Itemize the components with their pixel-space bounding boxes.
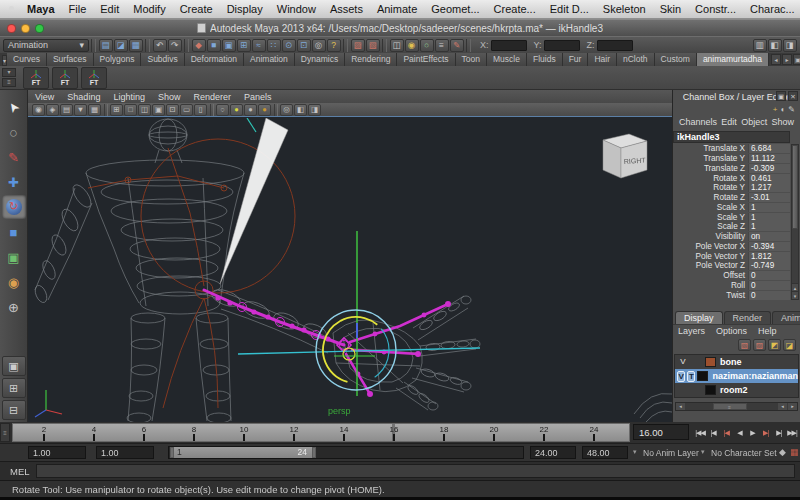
shaded-mode-icon[interactable]: ● [230,104,243,116]
step-back-key-button[interactable]: |◀ [720,429,732,437]
lock-camera-icon[interactable]: ◈ [46,104,59,116]
layer-row-bone[interactable]: V bone [675,355,798,369]
menu-modify[interactable]: Modify [126,3,172,15]
menu-create[interactable]: Create [173,3,220,15]
channel-value-input[interactable]: 1 [748,213,790,222]
layer-playback-toggle[interactable] [691,385,703,396]
channel-box-menu-channels[interactable]: Channels [679,117,717,127]
snap-to-grid-icon[interactable]: ⊞ [237,39,251,52]
layer-visibility-toggle[interactable]: V [677,357,689,368]
scroll-up-icon[interactable]: ▴ [792,283,798,291]
resolution-gate-icon[interactable]: ◫ [138,104,151,116]
shelf-tab-hair[interactable]: Hair [588,53,617,66]
channel-value-input[interactable]: 0.461 [748,174,790,183]
y-coordinate-input[interactable] [544,40,580,51]
new-layer-from-selected-icon[interactable]: ◪ [783,339,796,351]
timeline-track[interactable]: 2 4 6 8 10 12 14 16 18 20 22 24 [12,423,630,442]
ipr-render-icon[interactable]: ○ [420,39,434,52]
open-render-view-icon[interactable]: ◫ [390,39,404,52]
xray-icon[interactable]: ◧ [294,104,307,116]
menu-constrain[interactable]: Constr... [688,3,743,15]
shelf-tab-polygons[interactable]: Polygons [94,53,142,66]
lasso-select-tool[interactable]: ◌ [2,120,26,144]
viewport-canvas[interactable]: RIGHT persp [28,118,672,422]
construction-history-off-icon[interactable]: ▧ [366,39,380,52]
timeline-menu-button[interactable]: ≡ [0,423,10,442]
grid-toggle-icon[interactable]: ⊞ [110,104,123,116]
panel-menu-view[interactable]: View [35,92,54,102]
layer-hide-icon[interactable]: ▧ [738,339,751,351]
animation-start-input[interactable]: 1.00 [28,446,86,459]
shelf-tab-subdivs[interactable]: Subdivs [141,53,184,66]
single-pane-layout-button[interactable]: ▣ [2,356,26,376]
layer-playback-toggle[interactable]: T [687,371,695,382]
four-pane-layout-button[interactable]: ⊞ [2,378,26,398]
menu-geometry-cache[interactable]: Geomet... [424,3,486,15]
range-slider-active[interactable]: 1 24 [170,447,316,458]
new-empty-layer-icon[interactable]: ◩ [768,339,781,351]
scrollbar-thumb[interactable]: ≡ [713,403,747,410]
anim-layer-selector[interactable]: No Anim Layer [643,448,699,458]
shelf-tab-rendering[interactable]: Rendering [345,53,397,66]
open-scene-icon[interactable]: ◪ [114,39,128,52]
shelf-scroll-right-icon[interactable]: ▸ [782,54,792,65]
range-start-handle[interactable] [170,447,174,458]
shelf-tab-curves[interactable]: Curves [7,53,47,66]
channel-value-input[interactable]: 1.217 [748,183,790,192]
playback-start-input[interactable]: 1.00 [96,446,154,459]
character-set-selector[interactable]: No Character Set [711,448,777,458]
shelf-tab-custom[interactable]: Custom [655,53,697,66]
panel-menu-shading[interactable]: Shading [67,92,100,102]
channel-box-menu-edit[interactable]: Edit [721,117,737,127]
layer-row-room2[interactable]: room2 [675,383,798,397]
shelf-tab-surfaces[interactable]: Surfaces [47,53,94,66]
channel-value-input[interactable]: -3.01 [748,193,790,202]
menu-maya[interactable]: Maya [20,3,62,15]
shelf-item-ft-2[interactable]: FT [52,67,78,89]
tab-display[interactable]: Display [675,311,723,324]
x-coordinate-input[interactable] [491,40,527,51]
step-forward-key-button[interactable]: ▶| [760,429,772,437]
rotate-manipulator[interactable] [238,231,480,396]
undo-icon[interactable]: ↶ [153,39,167,52]
isolate-select-icon[interactable]: ◎ [280,104,293,116]
menu-skin[interactable]: Skin [653,3,688,15]
make-live-icon[interactable]: ◎ [312,39,326,52]
menu-edit[interactable]: Edit [93,3,126,15]
panel-menu-panels[interactable]: Panels [244,92,272,102]
select-tool[interactable]: ➤ [2,95,26,119]
range-slider-track[interactable]: 1 24 [168,446,524,459]
tab-render[interactable]: Render [724,311,772,324]
animation-preferences-icon[interactable]: ▦ [790,447,799,457]
shelf-tab-animamurtadha[interactable]: animamurtadha [697,53,769,66]
scroll-left-icon[interactable]: ◂ [778,403,787,410]
auto-keyframe-icon[interactable]: ◆ [779,447,786,457]
shelf-tab-fur[interactable]: Fur [563,53,589,66]
playback-end-input[interactable]: 24.00 [530,446,576,459]
menu-create-deformers[interactable]: Create... [487,3,543,15]
soft-modification-tool[interactable]: ◉ [2,270,26,294]
select-camera-icon[interactable]: ◉ [32,104,45,116]
shelf-item-ft-3[interactable]: FT [81,67,107,89]
wireframe-mode-icon[interactable]: ○ [216,104,229,116]
snap-to-curve-icon[interactable]: ≈ [252,39,266,52]
snap-to-projected-center-icon[interactable]: ⊙ [282,39,296,52]
construction-history-on-icon[interactable]: ▨ [351,39,365,52]
channel-value-input[interactable]: 1.812 [748,252,790,261]
outliner-pane-layout-button[interactable]: ⊟ [2,400,26,420]
channel-value-input[interactable]: 0 [748,291,790,300]
menu-display[interactable]: Display [220,3,270,15]
shelf-tab-muscle[interactable]: Muscle [487,53,527,66]
step-forward-frame-button[interactable]: ▶| [773,429,785,437]
step-back-frame-button[interactable]: |◀ [707,429,719,437]
show-attribute-editor-icon[interactable]: ▥ [753,39,767,52]
command-line-input[interactable] [36,464,795,478]
redo-icon[interactable]: ↷ [168,39,182,52]
pencil-slider-icon[interactable]: ✎ [788,105,795,114]
shelf-item-ft-1[interactable]: FT [23,67,49,89]
menu-file[interactable]: File [62,3,94,15]
shelf-menu-button[interactable]: ≡ [2,78,16,87]
channel-value-input[interactable]: 1 [748,222,790,231]
current-frame-input[interactable]: 16.00 [633,424,689,440]
scroll-left-icon[interactable]: ◂ [676,403,685,410]
